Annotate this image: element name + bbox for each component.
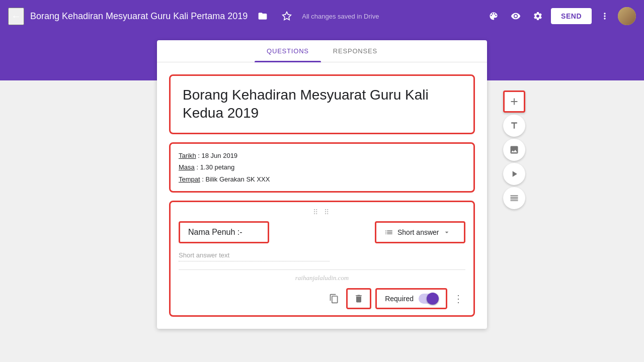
form-info-card: Tarikh : 18 Jun 2019 Masa : 1.30 petang …	[169, 142, 475, 193]
question-label-box[interactable]: Nama Penuh :-	[179, 221, 269, 243]
question-footer: Required ⋮	[179, 286, 465, 309]
back-button[interactable]: ←	[8, 8, 24, 25]
question-more-button[interactable]: ⋮	[451, 291, 465, 307]
send-button[interactable]: SEND	[551, 8, 592, 24]
masa-label: Masa	[179, 163, 195, 171]
right-sidebar	[503, 90, 525, 209]
question-top-row: Nama Penuh :- Short answer	[179, 221, 465, 243]
answer-preview: Short answer text	[179, 251, 330, 261]
add-image-button[interactable]	[503, 139, 525, 161]
tarikh-label: Tarikh	[179, 152, 196, 159]
tempat-value: : Bilik Gerakan SK XXX	[200, 175, 270, 183]
settings-button[interactable]	[529, 7, 547, 25]
drag-handle: ⠿ ⠿	[179, 208, 465, 216]
toggle-thumb	[427, 293, 439, 305]
add-question-button[interactable]	[503, 90, 525, 113]
question-type-label: Short answer	[397, 228, 439, 236]
add-video-button[interactable]	[503, 163, 525, 185]
delete-button[interactable]	[346, 288, 371, 309]
page-title: Borang Kehadiran Mesyuarat Guru Kali Per…	[30, 11, 248, 22]
tarikh-line: Tarikh : 18 Jun 2019	[179, 150, 465, 161]
avatar[interactable]	[618, 7, 636, 25]
add-text-button[interactable]	[503, 115, 525, 137]
duplicate-button[interactable]	[326, 291, 342, 307]
palette-button[interactable]	[485, 7, 503, 25]
answer-placeholder-text: Short answer text	[179, 251, 229, 259]
form-title-card: Borang Kehadiran Mesyuarat Guru Kali Ked…	[169, 74, 475, 134]
question-card: ⠿ ⠿ Nama Penuh :-	[169, 201, 475, 317]
more-options-button[interactable]	[596, 7, 614, 25]
save-status: All changes saved in Drive	[302, 13, 478, 20]
preview-button[interactable]	[507, 7, 525, 25]
masa-value: : 1.30 petang	[195, 163, 235, 171]
tab-responses[interactable]: RESPONSES	[321, 40, 389, 62]
tarikh-value: : 18 Jun 2019	[196, 152, 237, 159]
tempat-line: Tempat : Bilik Gerakan SK XXX	[179, 173, 465, 185]
question-label-text: Nama Penuh :-	[188, 228, 243, 236]
required-toggle[interactable]: Required	[375, 288, 447, 309]
question-type-selector[interactable]: Short answer	[375, 221, 465, 243]
required-label: Required	[385, 295, 414, 303]
toggle-track	[419, 294, 438, 304]
add-section-button[interactable]	[503, 187, 525, 209]
tab-questions[interactable]: QUESTIONS	[255, 40, 321, 62]
folder-icon[interactable]	[254, 7, 272, 25]
form-title: Borang Kehadiran Mesyuarat Guru Kali Ked…	[183, 86, 461, 123]
watermark: raihanjalaludin.com	[179, 274, 465, 282]
tempat-label: Tempat	[179, 175, 200, 183]
star-icon[interactable]	[278, 7, 296, 25]
tabs-container: QUESTIONS RESPONSES	[157, 40, 487, 62]
masa-line: Masa : 1.30 petang	[179, 161, 465, 173]
svg-marker-0	[283, 12, 291, 20]
